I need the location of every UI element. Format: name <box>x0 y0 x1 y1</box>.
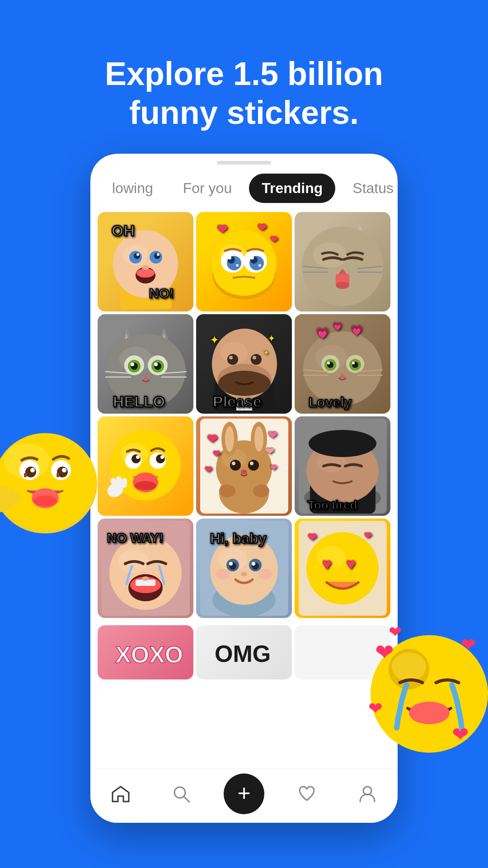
svg-point-168 <box>309 430 376 457</box>
svg-point-155 <box>219 485 235 497</box>
nav-profile[interactable] <box>349 776 385 812</box>
svg-point-176 <box>142 576 149 581</box>
sticker-man-please[interactable]: ✦ ✦ ✦ Please <box>196 314 292 414</box>
tab-following[interactable]: lowing <box>99 174 166 203</box>
sticker-emoji-pleading[interactable]: ❤ ❤ ❤ <box>196 212 292 311</box>
sticker-omg[interactable]: OMG <box>196 625 292 679</box>
svg-point-53 <box>236 264 239 267</box>
svg-text:OMG: OMG <box>215 641 271 667</box>
svg-text:XOXO: XOXO <box>115 642 183 668</box>
svg-text:❤: ❤ <box>461 635 476 655</box>
svg-point-52 <box>250 256 254 259</box>
sticker-funny-emoji[interactable] <box>98 416 193 516</box>
svg-text:❤: ❤ <box>207 432 218 446</box>
svg-text:❤: ❤ <box>368 699 383 718</box>
floating-emoji-right: ❤ ❤ ❤ ❤ ❤ <box>357 619 488 764</box>
svg-point-186 <box>229 562 233 566</box>
svg-text:💗: 💗 <box>351 324 363 336</box>
svg-point-154 <box>241 470 247 474</box>
svg-point-193 <box>306 532 379 604</box>
svg-point-63 <box>313 242 347 268</box>
sticker-cat-lovely[interactable]: 💗 💗 💗 Lovely <box>295 314 390 414</box>
sticker-emoji-cry[interactable]: ♥ ♥ ❤ ❤ <box>295 519 390 618</box>
svg-point-190 <box>258 569 272 580</box>
svg-point-189 <box>216 569 230 580</box>
stickers-grid: OH NO! <box>90 208 398 623</box>
sticker-baby-noway[interactable]: NO WAY! <box>98 519 193 618</box>
sticker-man-tired[interactable]: Too tired <box>295 416 390 516</box>
phone-frame: lowing For you Trending Status Meme <box>90 154 398 823</box>
svg-point-5 <box>25 467 36 477</box>
svg-point-10 <box>33 495 57 506</box>
svg-text:OH: OH <box>112 222 135 239</box>
svg-point-135 <box>160 455 164 459</box>
nav-favorites[interactable] <box>289 776 325 812</box>
svg-point-133 <box>156 454 165 463</box>
svg-text:Lovely: Lovely <box>309 395 352 410</box>
nav-search[interactable] <box>163 776 199 812</box>
svg-text:Hi, baby: Hi, baby <box>210 530 267 547</box>
svg-point-99 <box>253 356 256 359</box>
svg-text:❤: ❤ <box>389 624 402 641</box>
svg-text:❤: ❤ <box>258 222 267 234</box>
svg-text:❤: ❤ <box>364 531 372 541</box>
phone-notch <box>217 161 271 165</box>
svg-text:💗: 💗 <box>333 321 343 331</box>
svg-text:♥: ♥ <box>346 555 356 573</box>
svg-point-117 <box>327 362 330 364</box>
svg-point-134 <box>136 455 140 459</box>
svg-text:❤: ❤ <box>217 222 228 236</box>
svg-text:❤: ❤ <box>270 235 278 245</box>
bottom-nav: + <box>90 769 398 823</box>
tab-status[interactable]: Status <box>340 174 398 203</box>
svg-point-150 <box>230 460 241 471</box>
nav-add-button[interactable]: + <box>224 774 264 814</box>
svg-text:❤: ❤ <box>375 640 394 665</box>
sticker-cat-hello[interactable]: HELLO <box>98 314 193 414</box>
svg-rect-16 <box>24 473 27 477</box>
svg-point-203 <box>363 787 371 795</box>
svg-text:Please: Please <box>213 393 262 410</box>
svg-point-21 <box>409 702 450 724</box>
svg-point-137 <box>135 481 156 490</box>
sticker-baby-oh-no[interactable]: OH NO! <box>98 212 193 311</box>
svg-point-66 <box>336 282 349 289</box>
svg-point-153 <box>250 462 253 465</box>
svg-text:NO WAY!: NO WAY! <box>107 531 164 545</box>
svg-text:✦: ✦ <box>268 334 275 343</box>
svg-point-34 <box>136 253 139 256</box>
svg-point-84 <box>154 363 158 366</box>
header-title-line2: funny stickers. <box>129 94 359 131</box>
svg-point-156 <box>253 485 269 497</box>
svg-point-96 <box>227 354 238 365</box>
tab-trending[interactable]: Trending <box>249 174 335 203</box>
nav-home[interactable] <box>103 776 139 812</box>
tab-foryou[interactable]: For you <box>170 174 244 203</box>
sticker-bunny-hearts[interactable]: ❤ ❤ ❤ ❤ ❤ ❤ <box>196 416 292 516</box>
sticker-baby-hi-baby[interactable]: Hi, baby <box>196 519 292 618</box>
svg-point-188 <box>241 572 247 576</box>
svg-rect-141 <box>122 478 127 488</box>
svg-point-187 <box>252 562 255 566</box>
svg-point-149 <box>254 426 263 452</box>
svg-point-98 <box>229 356 233 359</box>
svg-point-51 <box>228 256 231 259</box>
sticker-xoxo[interactable]: XOXO <box>98 625 193 679</box>
floating-emoji-left <box>0 416 108 542</box>
svg-point-7 <box>30 468 35 472</box>
svg-text:HELLO: HELLO <box>113 393 165 410</box>
svg-text:❤: ❤ <box>308 531 317 543</box>
svg-point-152 <box>232 462 235 465</box>
svg-point-54 <box>258 264 261 267</box>
svg-point-118 <box>352 362 355 364</box>
svg-text:❤: ❤ <box>213 449 221 459</box>
svg-text:NO!: NO! <box>149 286 174 301</box>
tabs-container: lowing For you Trending Status Meme <box>90 165 398 208</box>
svg-text:❤: ❤ <box>268 429 277 441</box>
svg-point-151 <box>248 460 259 471</box>
svg-text:❤: ❤ <box>205 465 212 475</box>
svg-rect-17 <box>56 473 59 477</box>
svg-point-20 <box>392 652 426 681</box>
sticker-cat-grumpy[interactable] <box>295 212 390 311</box>
svg-point-132 <box>131 454 141 463</box>
